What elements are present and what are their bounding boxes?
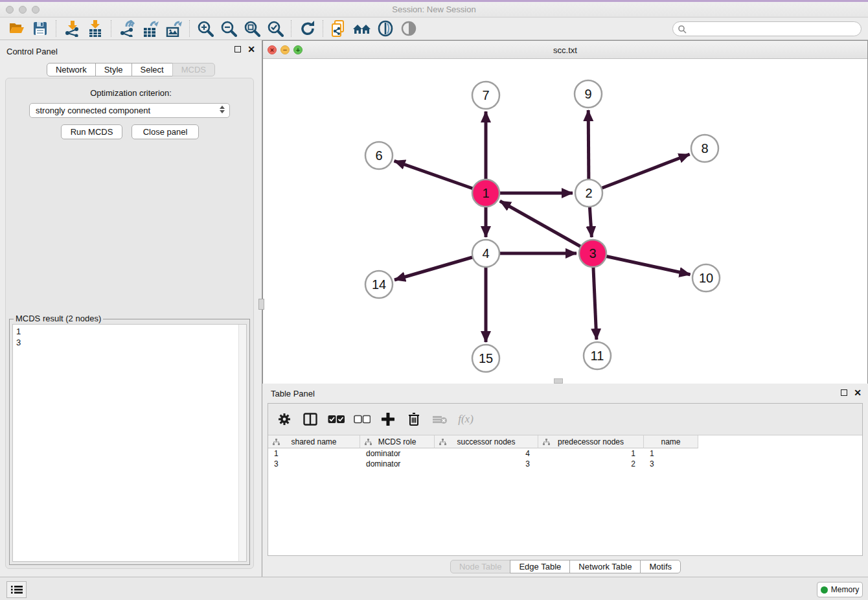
column-header-name[interactable]: name [644,435,698,448]
node-14[interactable]: 14 [365,271,393,298]
delete-column-button[interactable] [405,411,422,428]
close-network-button[interactable]: × [268,45,277,54]
zoom-selected-button[interactable] [264,19,287,38]
import-network-button[interactable] [60,19,84,38]
close-table-panel-icon[interactable]: ✕ [854,389,862,396]
search-input[interactable] [687,25,861,34]
edge-3-10[interactable] [593,253,691,275]
zoom-in-button[interactable] [194,19,217,38]
table-cell[interactable]: dominator [360,448,435,459]
memory-button[interactable]: Memory [817,582,863,597]
search-field[interactable] [672,21,862,36]
first-neighbors-icon [352,20,372,37]
table-cell[interactable]: 3 [435,459,538,469]
node-4[interactable]: 4 [472,240,499,267]
edge-3-1[interactable] [500,201,593,253]
deselect-all-icon [354,415,371,424]
edge-2-8[interactable] [589,154,690,193]
memory-label: Memory [831,585,859,594]
table-cell[interactable]: dominator [360,459,435,469]
node-6[interactable]: 6 [365,142,393,169]
annotation-button[interactable] [374,19,397,38]
import-table-button[interactable] [84,19,107,38]
tab-node-table[interactable]: Node Table [450,560,511,573]
export-table-button[interactable] [139,19,162,38]
close-panel-icon[interactable]: ✕ [247,46,255,52]
table-header-row: shared nameMCDS rolesuccessor nodesprede… [268,435,698,448]
first-neighbors-button[interactable] [350,19,374,38]
table-row[interactable]: 1dominator411 [268,448,862,459]
float-panel-icon[interactable] [234,46,241,52]
zoom-out-button[interactable] [217,19,240,38]
export-network-button[interactable] [115,19,139,38]
run-mcds-button[interactable]: Run MCDS [61,124,122,139]
tab-network[interactable]: Network [47,63,96,76]
table-cell[interactable]: 1 [538,448,644,459]
close-panel-button[interactable]: Close panel [131,124,199,139]
node-7[interactable]: 7 [472,82,499,109]
minimize-network-button[interactable]: − [280,45,290,54]
node-8[interactable]: 8 [691,135,718,162]
select-all-button[interactable] [328,411,345,428]
table-cell[interactable]: 2 [538,459,644,469]
edge-1-6[interactable] [394,161,486,193]
vertical-splitter-handle[interactable] [258,299,264,310]
maximize-network-button[interactable]: + [293,45,303,54]
refresh-button[interactable] [295,19,319,38]
zoom-window-button[interactable] [32,6,40,14]
node-1[interactable]: 1 [472,179,499,207]
column-header-shared-name[interactable]: shared name [268,435,360,448]
float-table-panel-icon[interactable] [841,389,847,396]
zoom-fit-button[interactable] [240,19,264,38]
result-scrollbar[interactable] [238,325,246,561]
table-settings-button[interactable] [276,411,293,428]
close-window-button[interactable] [6,6,14,14]
function-builder-button[interactable]: f(x) [457,411,474,428]
svg-text:8: 8 [701,141,708,156]
node-11[interactable]: 11 [584,342,611,369]
column-header-MCDS-role[interactable]: MCDS role [360,435,435,448]
delete-table-button[interactable] [431,411,448,428]
table-cell[interactable]: 3 [268,459,360,469]
table-row[interactable]: 3dominator323 [268,459,862,469]
node-10[interactable]: 10 [692,264,720,292]
new-network-from-selection-icon [330,20,347,37]
tab-select[interactable]: Select [131,63,173,76]
node-3[interactable]: 3 [579,240,606,267]
node-15[interactable]: 15 [472,345,499,372]
node-2[interactable]: 2 [575,179,602,207]
table-cell[interactable]: 1 [268,448,360,459]
horizontal-splitter-handle[interactable] [554,378,563,384]
zoom-selected-icon [267,20,284,37]
mcds-result-text[interactable]: 1 3 [12,324,247,562]
tab-style[interactable]: Style [95,63,132,76]
table-cell[interactable]: 4 [435,448,538,459]
toolbar-separator [189,20,190,37]
minimize-window-button[interactable] [19,6,27,14]
tab-motifs[interactable]: Motifs [640,560,681,573]
tab-network-table[interactable]: Network Table [569,560,641,573]
open-session-button[interactable] [5,19,29,38]
column-header-predecessor-nodes[interactable]: predecessor nodes [538,435,644,448]
table-cell[interactable]: 1 [644,448,698,459]
column-header-label: predecessor nodes [538,437,643,446]
deselect-all-button[interactable] [354,411,371,428]
application-window: Session: New Session [0,0,868,600]
new-network-from-selection-button[interactable] [327,19,350,38]
optimization-criterion-dropdown[interactable]: strongly connected component [29,103,230,118]
table-cell[interactable]: 3 [644,459,698,469]
network-canvas[interactable]: 7968124314101511 [263,59,867,384]
column-layout-button[interactable] [302,411,319,428]
tab-edge-table[interactable]: Edge Table [510,560,570,573]
tab-mcds[interactable]: MCDS [172,63,215,76]
column-layout-icon [303,413,317,426]
column-type-icon [365,439,372,445]
export-image-button[interactable] [162,19,185,38]
column-header-successor-nodes[interactable]: successor nodes [435,435,538,448]
node-9[interactable]: 9 [575,80,602,108]
delete-table-icon [432,414,448,424]
add-column-button[interactable] [380,411,396,428]
task-history-button[interactable] [6,581,27,598]
save-session-button[interactable] [29,19,52,38]
show-hide-button[interactable] [397,19,420,38]
